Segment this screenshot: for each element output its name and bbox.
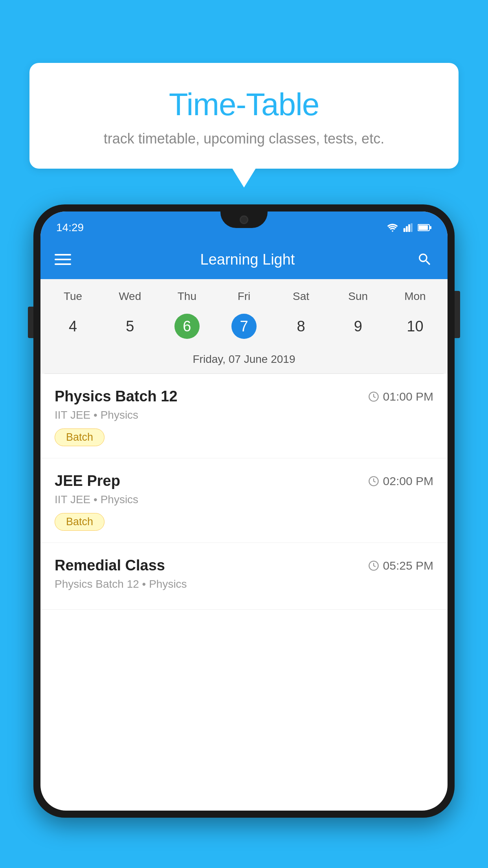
phone-inner: 14:29 (40, 211, 448, 811)
day-label-thu: Thu (158, 287, 215, 306)
app-title: Learning Light (91, 251, 404, 268)
clock-icon-2 (368, 476, 379, 487)
svg-rect-5 (418, 225, 428, 230)
day-label-mon: Mon (387, 287, 444, 306)
battery-icon (418, 224, 432, 232)
app-bar: Learning Light (40, 240, 448, 279)
schedule-item-2[interactable]: JEE Prep 02:00 PM IIT JEE • Physics Batc… (40, 458, 448, 543)
schedule-item-3-meta: Physics Batch 12 • Physics (55, 578, 433, 590)
day-9[interactable]: 9 (330, 310, 387, 343)
schedule-item-3[interactable]: Remedial Class 05:25 PM Physics Batch 12… (40, 543, 448, 610)
schedule-item-3-title: Remedial Class (55, 557, 165, 574)
schedule-item-1-title: Physics Batch 12 (55, 388, 178, 405)
schedule-item-1-meta: IIT JEE • Physics (55, 409, 433, 421)
time-value-2: 02:00 PM (383, 474, 433, 488)
day-6-today[interactable]: 6 (158, 310, 215, 343)
day-numbers: 4 5 6 7 8 9 10 (44, 310, 444, 343)
clock-icon (368, 391, 379, 402)
phone-wrapper: 14:29 (33, 204, 455, 868)
day-7-selected[interactable]: 7 (215, 310, 272, 343)
phone-outer: 14:29 (33, 204, 455, 818)
schedule-item-2-time: 02:00 PM (368, 474, 433, 488)
speech-bubble-container: Time-Table track timetable, upcoming cla… (29, 63, 459, 169)
camera (240, 215, 248, 224)
day-5[interactable]: 5 (101, 310, 158, 343)
day-4[interactable]: 4 (44, 310, 101, 343)
day-8[interactable]: 8 (273, 310, 330, 343)
svg-rect-1 (406, 226, 408, 232)
search-button[interactable] (416, 251, 433, 268)
schedule-item-2-meta: IIT JEE • Physics (55, 493, 433, 506)
day-label-sun: Sun (330, 287, 387, 306)
schedule-item-1[interactable]: Physics Batch 12 01:00 PM IIT JEE • Phys… (40, 374, 448, 458)
batch-badge-1: Batch (55, 428, 105, 446)
signal-icon (403, 223, 414, 232)
page-subtitle: track timetable, upcoming classes, tests… (53, 131, 435, 147)
svg-rect-6 (430, 226, 431, 229)
clock-icon-3 (368, 560, 379, 571)
day-headers: Tue Wed Thu Fri Sat Sun Mon (44, 287, 444, 306)
status-time: 14:29 (56, 221, 84, 234)
schedule-item-2-header: JEE Prep 02:00 PM (55, 473, 433, 489)
schedule-list: Physics Batch 12 01:00 PM IIT JEE • Phys… (40, 374, 448, 610)
wifi-icon (386, 223, 399, 232)
speech-bubble: Time-Table track timetable, upcoming cla… (29, 63, 459, 169)
time-value-1: 01:00 PM (383, 390, 433, 403)
day-label-tue: Tue (44, 287, 101, 306)
schedule-item-1-time: 01:00 PM (368, 390, 433, 403)
page-title: Time-Table (53, 86, 435, 123)
svg-rect-3 (411, 223, 413, 232)
svg-rect-0 (404, 228, 405, 232)
day-label-wed: Wed (101, 287, 158, 306)
calendar-strip: Tue Wed Thu Fri Sat Sun Mon 4 5 6 7 (40, 279, 448, 374)
schedule-item-2-title: JEE Prep (55, 473, 120, 489)
time-value-3: 05:25 PM (383, 559, 433, 572)
day-10[interactable]: 10 (387, 310, 444, 343)
day-label-sat: Sat (273, 287, 330, 306)
day-label-fri: Fri (215, 287, 272, 306)
selected-date-label: Friday, 07 June 2019 (44, 349, 444, 374)
svg-rect-2 (408, 224, 410, 232)
schedule-item-3-time: 05:25 PM (368, 559, 433, 572)
hamburger-menu-button[interactable] (55, 254, 71, 265)
schedule-item-3-header: Remedial Class 05:25 PM (55, 557, 433, 574)
batch-badge-2: Batch (55, 513, 105, 531)
schedule-item-1-header: Physics Batch 12 01:00 PM (55, 388, 433, 405)
status-icons (386, 223, 432, 232)
